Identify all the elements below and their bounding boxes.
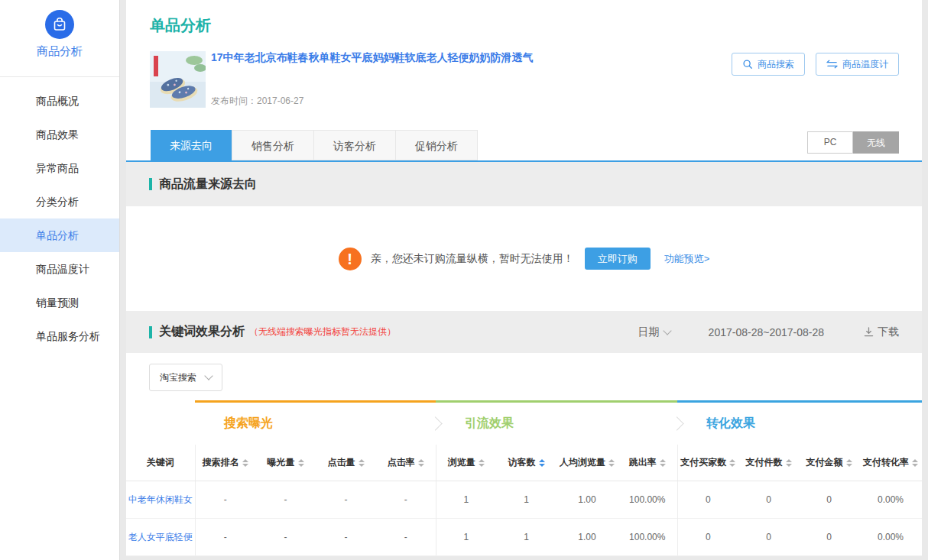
sidebar-item-single-product-service[interactable]: 单品服务分析 bbox=[0, 319, 119, 353]
cell: 1 bbox=[436, 481, 496, 519]
toggle-pc[interactable]: PC bbox=[807, 131, 853, 154]
channel-select-value: 淘宝搜索 bbox=[150, 371, 196, 384]
sidebar-item-product-effect[interactable]: 商品效果 bbox=[0, 118, 119, 151]
sidebar-item-single-product-analysis[interactable]: 单品分析 bbox=[0, 218, 119, 252]
keyword-link[interactable]: 中老年休闲鞋女 bbox=[126, 481, 195, 519]
sort-icon[interactable] bbox=[418, 459, 424, 467]
sort-icon[interactable] bbox=[359, 459, 365, 467]
product-thermometer-button[interactable]: 商品温度计 bbox=[816, 53, 899, 76]
keyword-section-title: 关键词效果分析 bbox=[159, 324, 245, 340]
col-paid-amount[interactable]: 支付金额 bbox=[799, 445, 859, 481]
sort-icon[interactable] bbox=[608, 459, 615, 467]
product-search-button[interactable]: 商品搜索 bbox=[732, 53, 805, 76]
group-traffic-effect: 引流效果 bbox=[436, 402, 677, 445]
sort-icon[interactable] bbox=[660, 459, 666, 467]
sort-icon[interactable] bbox=[729, 459, 735, 467]
cell: 0 bbox=[677, 481, 738, 519]
sort-icon[interactable] bbox=[912, 459, 918, 467]
col-conversion-rate[interactable]: 支付转化率 bbox=[859, 445, 922, 481]
cell: 0.00% bbox=[859, 519, 922, 556]
table-group-row: 搜索曝光 引流效果 转化效果 bbox=[126, 402, 922, 445]
section-accent bbox=[149, 326, 152, 338]
tab-source-destination[interactable]: 来源去向 bbox=[151, 130, 232, 160]
col-keyword: 关键词 bbox=[126, 445, 195, 481]
cell: 100.00% bbox=[618, 481, 677, 519]
date-range-value: 2017-08-28~2017-08-28 bbox=[709, 326, 824, 338]
col-avg-pageviews[interactable]: 人均浏览量 bbox=[556, 445, 618, 481]
product-summary: 17中年老北京布鞋春秋单鞋女平底妈妈鞋软底老人轻便奶奶防滑透气 发布时间：201… bbox=[150, 51, 534, 108]
keyword-section-controls: 日期 2017-08-28~2017-08-28 下载 bbox=[638, 325, 899, 339]
filter-block: 淘宝搜索 bbox=[126, 353, 922, 400]
cell: - bbox=[316, 519, 376, 556]
download-button[interactable]: 下载 bbox=[864, 325, 899, 339]
cell: 1.00 bbox=[556, 481, 618, 519]
col-exposure[interactable]: 曝光量 bbox=[255, 445, 316, 481]
subscribe-notice: ! 亲，您还未订购流量纵横，暂时无法使用！ 立即订购 功能预览> bbox=[126, 206, 922, 311]
cell: 100.00% bbox=[618, 519, 677, 556]
sort-icon[interactable] bbox=[786, 459, 792, 467]
cell: - bbox=[195, 481, 255, 519]
tab-promotion-analysis[interactable]: 促销分析 bbox=[396, 130, 478, 160]
header-block: 单品分析 bbox=[126, 0, 922, 162]
sidebar-item-sales-forecast[interactable]: 销量预测 bbox=[0, 286, 119, 319]
table-header-row: 关键词 搜索排名 曝光量 点击量 点击率 浏览量 访客数 人均浏览量 跳出率 支… bbox=[126, 445, 922, 481]
table-row: 中老年休闲鞋女 - - - - 1 1 1.00 100.00% 0 0 0 0… bbox=[126, 481, 922, 519]
col-pageviews[interactable]: 浏览量 bbox=[436, 445, 496, 481]
sidebar: 商品分析 商品概况 商品效果 异常商品 分类分析 单品分析 商品温度计 销量预测… bbox=[0, 0, 120, 560]
toggle-wireless[interactable]: 无线 bbox=[853, 131, 899, 154]
product-thumbnail[interactable] bbox=[150, 51, 206, 108]
order-now-button[interactable]: 立即订购 bbox=[585, 248, 651, 270]
sidebar-menu: 商品概况 商品效果 异常商品 分类分析 单品分析 商品温度计 销量预测 单品服务… bbox=[0, 77, 119, 353]
tab-visitor-analysis[interactable]: 访客分析 bbox=[314, 130, 396, 160]
swap-arrows-icon bbox=[826, 60, 838, 69]
feature-preview-link[interactable]: 功能预览> bbox=[664, 252, 710, 266]
sidebar-header: 商品分析 bbox=[0, 0, 119, 77]
col-ctr[interactable]: 点击率 bbox=[376, 445, 436, 481]
page: 商品分析 商品概况 商品效果 异常商品 分类分析 单品分析 商品温度计 销量预测… bbox=[0, 0, 928, 560]
sidebar-item-product-thermometer[interactable]: 商品温度计 bbox=[0, 252, 119, 286]
cell: 0 bbox=[799, 481, 859, 519]
shopping-bag-icon bbox=[45, 10, 74, 39]
product-info: 17中年老北京布鞋春秋单鞋女平底妈妈鞋软底老人轻便奶奶防滑透气 发布时间：201… bbox=[211, 51, 534, 108]
sort-icon[interactable] bbox=[242, 459, 248, 467]
col-search-rank[interactable]: 搜索排名 bbox=[195, 445, 255, 481]
sidebar-item-product-overview[interactable]: 商品概况 bbox=[0, 84, 119, 118]
cell: 1.00 bbox=[556, 519, 618, 556]
date-dropdown[interactable]: 日期 bbox=[638, 325, 670, 339]
product-publish-time: 发布时间：2017-06-27 bbox=[211, 95, 534, 108]
product-title-link[interactable]: 17中年老北京布鞋春秋单鞋女平底妈妈鞋软底老人轻便奶奶防滑透气 bbox=[211, 51, 534, 65]
sort-icon-active[interactable] bbox=[539, 459, 545, 467]
col-paid-items[interactable]: 支付件数 bbox=[738, 445, 799, 481]
cell: - bbox=[376, 519, 436, 556]
sort-icon[interactable] bbox=[846, 459, 852, 467]
sidebar-item-abnormal-product[interactable]: 异常商品 bbox=[0, 151, 119, 185]
main-content: 单品分析 bbox=[126, 0, 922, 560]
cell: - bbox=[376, 481, 436, 519]
col-paid-buyers[interactable]: 支付买家数 bbox=[677, 445, 738, 481]
col-clicks[interactable]: 点击量 bbox=[316, 445, 376, 481]
cell: - bbox=[316, 481, 376, 519]
tab-sales-analysis[interactable]: 销售分析 bbox=[232, 130, 314, 160]
keyword-link[interactable]: 老人女平底轻便 bbox=[126, 519, 195, 556]
sidebar-section-title: 商品分析 bbox=[0, 44, 119, 59]
flow-section-title: 商品流量来源去向 bbox=[159, 176, 257, 193]
download-icon bbox=[864, 327, 874, 337]
cell: 1 bbox=[496, 519, 556, 556]
cell: 0.00% bbox=[859, 481, 922, 519]
channel-select[interactable]: 淘宝搜索 bbox=[149, 364, 222, 391]
table-row: 老人女平底轻便 - - - - 1 1 1.00 100.00% 0 0 0 0… bbox=[126, 519, 922, 556]
group-spacer bbox=[126, 402, 195, 445]
notice-text: 亲，您还未订购流量纵横，暂时无法使用！ bbox=[371, 252, 574, 266]
chevron-down-icon bbox=[204, 371, 213, 380]
cell: 0 bbox=[738, 519, 799, 556]
cell: - bbox=[255, 519, 316, 556]
sort-icon[interactable] bbox=[298, 459, 304, 467]
keyword-section-bar: 关键词效果分析 （无线端搜索曝光指标暂无法提供） 日期 2017-08-28~2… bbox=[126, 311, 922, 353]
cell: 1 bbox=[496, 481, 556, 519]
col-visitors[interactable]: 访客数 bbox=[496, 445, 556, 481]
col-bounce-rate[interactable]: 跳出率 bbox=[618, 445, 677, 481]
sort-icon[interactable] bbox=[479, 459, 485, 467]
cell: 1 bbox=[436, 519, 496, 556]
sidebar-item-category-analysis[interactable]: 分类分析 bbox=[0, 185, 119, 218]
device-toggle: PC 无线 bbox=[807, 131, 899, 154]
